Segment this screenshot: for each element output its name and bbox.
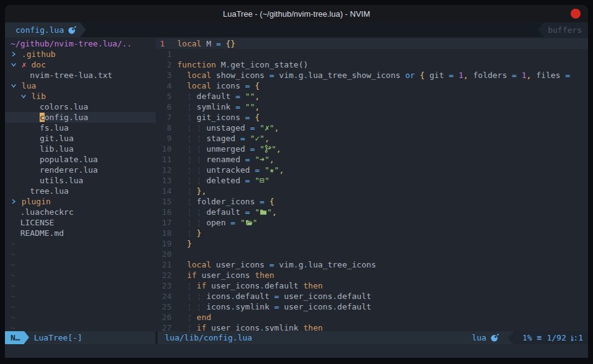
code-line[interactable]: 3 local show_icons = vim.g.lua_tree_show… (156, 70, 588, 80)
empty-line-tilde: ~ (5, 312, 156, 323)
tree-row[interactable]: lua (5, 80, 156, 91)
empty-line-tilde: ~ (5, 301, 156, 312)
line-number: 8 (156, 123, 177, 133)
code-line[interactable]: 24 ¦ ¦ icons.default = user_icons.defaul… (156, 291, 588, 301)
tree-row[interactable]: utils.lua (5, 175, 156, 186)
statusline-tree-segment: N… LuaTree[-] (5, 331, 156, 344)
code-line[interactable]: 13 ¦ ¦ deleted = "⊟" (156, 175, 588, 186)
tree-row[interactable]: LICENSE (5, 217, 156, 228)
code-line-text: local show_icons = vim.g.lua_tree_show_i… (177, 70, 588, 80)
tree-row[interactable]: fs.lua (5, 123, 156, 133)
tree-row[interactable]: lib.lua (5, 144, 156, 154)
tree-row[interactable]: populate.lua (5, 154, 156, 165)
code-line[interactable]: 1 (156, 49, 588, 59)
code-line[interactable]: 6 ¦ symlink = "", (156, 102, 588, 112)
code-panel[interactable]: 1local M = {}12function M.get_icon_state… (156, 37, 588, 331)
line-number: 22 (156, 270, 177, 280)
tabline: config.lua buffers (5, 22, 588, 37)
code-line-text: ¦ ¦ unmerged = "", (177, 144, 588, 154)
tree-row[interactable]: config.lua (5, 112, 156, 123)
empty-line-tilde: ~ (5, 259, 156, 270)
titlebar: LuaTree - (~/github/nvim-tree.lua) - NVI… (5, 5, 588, 22)
code-line-text: ¦ default = "", (177, 91, 588, 102)
code-line-text: ¦ ¦ default = "", (177, 207, 588, 217)
chevron-right-icon (11, 197, 17, 206)
statusline-filepath: lua/lib/config.lua (157, 333, 252, 342)
code-line-text: ¦ } (177, 228, 588, 238)
statusline-tree-title: LuaTree[-] (34, 333, 82, 342)
chevron-down-icon (11, 81, 17, 90)
tree-row[interactable]: ~/github/nvim-tree.lua/.. (5, 38, 156, 49)
tree-row[interactable]: git.lua (5, 133, 156, 144)
code-line[interactable]: 11 ¦ ¦ renamed = "➜", (156, 154, 588, 165)
tree-row[interactable]: nvim-tree-lua.txt (5, 70, 156, 80)
code-line-text: local M = {} (177, 38, 588, 49)
chevron-right-icon (11, 50, 17, 59)
tree-row[interactable]: ✗ doc (5, 59, 156, 70)
line-number: 18 (156, 228, 177, 238)
code-line[interactable]: 15 ¦ folder_icons = { (156, 196, 588, 207)
code-line[interactable]: 1local M = {} (156, 38, 588, 49)
tab-arrow (80, 22, 86, 37)
code-line-text: ¦ ¦ deleted = "⊟" (177, 175, 588, 186)
code-line[interactable]: 18 ¦ } (156, 228, 588, 238)
command-line[interactable] (5, 344, 588, 358)
mode-badge: N… (5, 331, 24, 344)
code-line-text: ¦ folder_icons = { (177, 196, 588, 207)
tab-config-lua[interactable]: config.lua (5, 22, 80, 37)
line-number: 27 (156, 323, 177, 331)
tree-row[interactable]: colors.lua (5, 102, 156, 112)
mode-badge-arrow (24, 331, 29, 344)
statusline-file-segment: lua/lib/config.lua lua 1% ≡ 1/92 LN:1 (157, 331, 588, 344)
code-line[interactable]: 10 ¦ ¦ unmerged = "", (156, 144, 588, 154)
tree-row[interactable]: .github (5, 49, 156, 59)
scroll-percent: 1% (522, 333, 532, 342)
tree-cursor-block: c (40, 113, 45, 122)
code-line[interactable]: 22 if user_icons then (156, 270, 588, 280)
code-line-text: } (177, 238, 588, 249)
code-line-text (177, 49, 588, 59)
code-line[interactable]: 7 ¦ git_icons = { (156, 112, 588, 123)
line-number: 10 (156, 144, 177, 154)
code-line[interactable]: 17 ¦ ¦ open = "" (156, 217, 588, 228)
line-number: 24 (156, 291, 177, 301)
tree-row[interactable]: plugin (5, 196, 156, 207)
code-line[interactable]: 26 ¦ end (156, 312, 588, 323)
empty-line-tilde: ~ (5, 291, 156, 301)
line-number: 7 (156, 112, 177, 123)
empty-line-tilde: ~ (5, 249, 156, 259)
column-number: :1 (573, 333, 583, 342)
tree-row[interactable]: tree.lua (5, 186, 156, 196)
code-line[interactable]: 5 ¦ default = "", (156, 91, 588, 102)
tree-row[interactable]: lib (5, 91, 156, 102)
line-number: 19 (156, 238, 177, 249)
code-line[interactable]: 27 ¦ if user_icons.symlink then (156, 323, 588, 331)
code-line[interactable]: 12 ¦ ¦ untracked = "★", (156, 165, 588, 175)
line-number: 16 (156, 207, 177, 217)
statusline-filetype: lua (472, 333, 507, 342)
tree-row[interactable]: renderer.lua (5, 165, 156, 175)
file-tree-panel[interactable]: ~/github/nvim-tree.lua/.. .github ✗ doc … (5, 37, 156, 331)
lua-moon-icon (68, 25, 76, 35)
code-line[interactable]: 16 ¦ ¦ default = "", (156, 207, 588, 217)
code-line-text (177, 249, 588, 259)
code-line-text: local user_icons = vim.g.lua_tree_icons (177, 259, 588, 270)
tree-row[interactable]: .luacheckrc (5, 207, 156, 217)
code-line[interactable]: 23 ¦ if user_icons.default then (156, 280, 588, 291)
code-line[interactable]: 14 ¦ }, (156, 186, 588, 196)
code-line[interactable]: 25 ¦ ¦ icons.symlink = user_icons.defaul… (156, 301, 588, 312)
close-button[interactable] (571, 9, 581, 19)
nvim-window: LuaTree - (~/github/nvim-tree.lua) - NVI… (5, 5, 588, 358)
code-line[interactable]: 8 ¦ ¦ unstaged = "✗", (156, 123, 588, 133)
code-line[interactable]: 19 } (156, 238, 588, 249)
code-line[interactable]: 4 local icons = { (156, 80, 588, 91)
code-line[interactable]: 21 local user_icons = vim.g.lua_tree_ico… (156, 259, 588, 270)
git-branch-icon (265, 144, 271, 154)
tab-buffers[interactable]: buffers (544, 22, 588, 37)
tree-row[interactable]: README.md (5, 228, 156, 238)
empty-line-tilde: ~ (5, 238, 156, 249)
code-line[interactable]: 2function M.get_icon_state() (156, 59, 588, 70)
folder-open-icon (245, 218, 253, 227)
code-line[interactable]: 20 (156, 249, 588, 259)
code-line[interactable]: 9 ¦ ¦ staged = "✓", (156, 133, 588, 144)
